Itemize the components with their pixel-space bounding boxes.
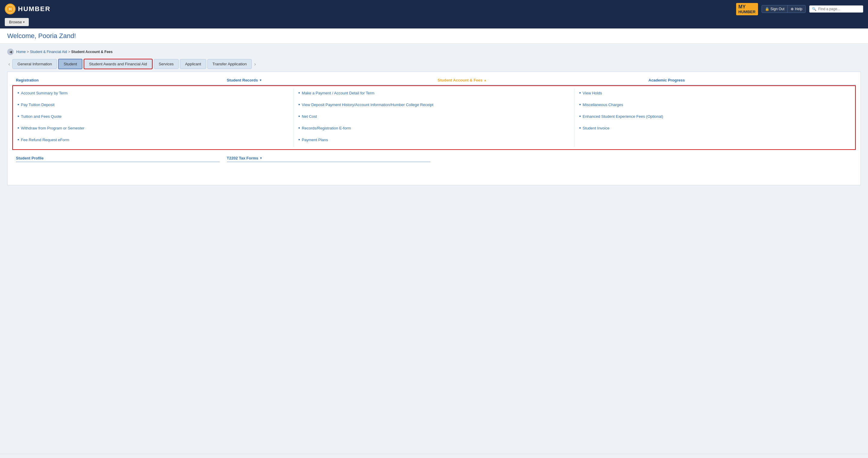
breadcrumb-sep1: > [27, 50, 30, 54]
list-item: ■ Enhanced Student Experience Fees (Opti… [579, 114, 850, 119]
col-header-student-records-arrow: ▼ [259, 79, 262, 82]
tab-general-information[interactable]: General Information [12, 59, 57, 69]
bullet-icon: ■ [18, 103, 19, 106]
bottom-col-header-t2202[interactable]: T2202 Tax Forms ▼ [227, 156, 431, 162]
breadcrumb-section[interactable]: Student & Financial Aid [30, 50, 67, 54]
bullet-icon: ■ [299, 115, 300, 118]
list-item: ■ View Deposit Payment History/Account I… [299, 102, 569, 107]
breadcrumb-text: Home > Student & Financial Aid > Student… [16, 50, 113, 54]
list-item: ■ Account Summary by Term [18, 91, 289, 95]
link-student-invoice[interactable]: Student Invoice [583, 126, 610, 130]
link-payment-plans[interactable]: Payment Plans [302, 138, 328, 142]
main-content: ◀ Home > Student & Financial Aid > Stude… [0, 44, 868, 454]
bullet-icon: ■ [18, 115, 19, 118]
nav-tabs-row: ‹ General Information Student Student Aw… [7, 59, 861, 69]
links-box: ■ Account Summary by Term ■ Pay Tuition … [12, 85, 856, 150]
col-header-student-records-label: Student Records [227, 78, 258, 83]
content-area: Registration Student Records ▼ Student A… [7, 72, 861, 185]
bullet-icon: ■ [18, 126, 19, 129]
col-header-student-account[interactable]: Student Account & Fees ▲ [434, 75, 645, 85]
sign-out-button[interactable]: 🔒 Sign Out [762, 5, 788, 12]
col-header-student-records[interactable]: Student Records ▼ [223, 75, 434, 85]
list-item: ■ Payment Plans [299, 138, 569, 142]
my-humber-badge: MY HUMBER [736, 3, 758, 15]
breadcrumb-sep2: > [68, 50, 71, 54]
browse-bar: Browse [0, 18, 868, 28]
nav-right-arrow[interactable]: › [253, 60, 257, 68]
breadcrumb: ◀ Home > Student & Financial Aid > Stude… [7, 49, 861, 55]
link-withdraw[interactable]: Withdraw from Program or Semester [21, 126, 85, 130]
bullet-icon: ■ [18, 91, 19, 94]
list-item: ■ Miscellaneous Charges [579, 102, 850, 107]
bullet-icon: ■ [579, 91, 581, 94]
list-item: ■ Net Cost [299, 114, 569, 119]
back-button[interactable]: ◀ [7, 49, 14, 55]
col-header-academic-progress-label: Academic Progress [649, 78, 685, 83]
link-fee-refund[interactable]: Fee Refund Request eForm [21, 138, 69, 142]
my-label: MY [739, 4, 755, 9]
list-item: ■ Tuition and Fees Quote [18, 114, 289, 119]
lock-icon: 🔒 [765, 7, 769, 11]
links-col-2: ■ Make a Payment / Account Detail for Te… [293, 88, 574, 147]
link-view-holds[interactable]: View Holds [583, 91, 602, 95]
list-item: ■ Pay Tuition Deposit [18, 102, 289, 107]
bottom-cols: Student Profile T2202 Tax Forms ▼ [7, 153, 861, 185]
list-item: ■ View Holds [579, 91, 850, 95]
breadcrumb-home[interactable]: Home [16, 50, 26, 54]
tab-services[interactable]: Services [154, 59, 179, 69]
bullet-icon: ■ [299, 138, 300, 141]
links-col-3: ■ View Holds ■ Miscellaneous Charges ■ E… [574, 88, 855, 147]
tab-student[interactable]: Student [58, 59, 83, 69]
welcome-heading: Welcome, Pooria Zand! [7, 32, 861, 40]
tab-transfer-application[interactable]: Transfer Application [208, 59, 252, 69]
link-net-cost[interactable]: Net Cost [302, 114, 317, 119]
link-view-deposit[interactable]: View Deposit Payment History/Account Inf… [302, 102, 433, 107]
nav-left-arrow[interactable]: ‹ [7, 60, 11, 68]
help-circle-icon: ⊕ [791, 7, 794, 11]
list-item: ■ Records/Registration E-form [299, 126, 569, 130]
link-pay-tuition[interactable]: Pay Tuition Deposit [21, 102, 55, 107]
bullet-icon: ■ [18, 138, 19, 141]
bottom-col-header-student-profile[interactable]: Student Profile [16, 156, 220, 162]
t2202-arrow: ▼ [259, 156, 262, 160]
link-misc-charges[interactable]: Miscellaneous Charges [583, 102, 623, 107]
col-header-student-account-label: Student Account & Fees [438, 78, 483, 83]
search-box: 🔍 [809, 5, 863, 12]
footer: RELEASE: 8.7.2 SITE MAP [0, 454, 868, 458]
col-headers: Registration Student Records ▼ Student A… [7, 72, 861, 85]
breadcrumb-current: Student Account & Fees [71, 50, 113, 54]
col-header-student-account-arrow: ▲ [484, 79, 487, 82]
list-item: ■ Withdraw from Program or Semester [18, 126, 289, 130]
humber-label: HUMBER [739, 9, 755, 14]
bullet-icon: ■ [579, 126, 581, 129]
link-account-summary[interactable]: Account Summary by Term [21, 91, 68, 95]
link-tuition-fees-quote[interactable]: Tuition and Fees Quote [21, 114, 61, 119]
bottom-col-student-profile: Student Profile [12, 153, 223, 185]
bullet-icon: ■ [579, 115, 581, 118]
welcome-bar: Welcome, Pooria Zand! [0, 28, 868, 44]
list-item: ■ Make a Payment / Account Detail for Te… [299, 91, 569, 95]
col-header-academic-progress[interactable]: Academic Progress [645, 75, 856, 85]
header-actions: 🔒 Sign Out ⊕ Help [762, 5, 806, 13]
logo: H HUMBER [5, 4, 51, 14]
bullet-icon: ■ [299, 126, 300, 129]
browse-button[interactable]: Browse [5, 18, 29, 26]
link-records-eform[interactable]: Records/Registration E-form [302, 126, 351, 130]
help-button[interactable]: ⊕ Help [787, 5, 805, 12]
search-input[interactable] [818, 7, 861, 11]
bullet-icon: ■ [579, 103, 581, 106]
svg-text:H: H [9, 7, 11, 11]
col-header-registration[interactable]: Registration [12, 75, 223, 85]
link-make-payment[interactable]: Make a Payment / Account Detail for Term [302, 91, 375, 95]
bottom-col-t2202: T2202 Tax Forms ▼ [223, 153, 434, 185]
search-icon: 🔍 [812, 7, 816, 11]
header-left: H HUMBER [5, 4, 51, 14]
bottom-col-empty-4 [645, 153, 856, 185]
header: H HUMBER MY HUMBER 🔒 Sign Out ⊕ Help 🔍 [0, 0, 868, 18]
link-enhanced-fees[interactable]: Enhanced Student Experience Fees (Option… [583, 114, 663, 119]
logo-text: HUMBER [18, 5, 51, 13]
bottom-col-empty-3 [434, 153, 645, 185]
logo-icon: H [5, 4, 16, 14]
tab-student-awards[interactable]: Student Awards and Financial Aid [84, 59, 152, 69]
tab-applicant[interactable]: Applicant [180, 59, 206, 69]
